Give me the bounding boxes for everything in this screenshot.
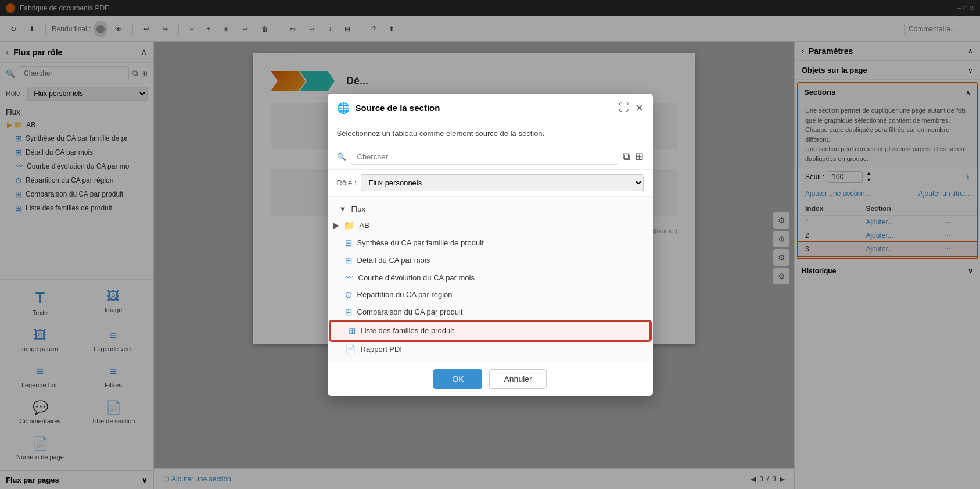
- modal-search-input[interactable]: [351, 149, 618, 165]
- modal-tree-repartition[interactable]: ⊙ Répartition du CA par région: [328, 286, 653, 304]
- modal-tree-courbe[interactable]: 〰 Courbe d'évolution du CA par mois: [328, 269, 653, 286]
- folder-expand-icon: ▶: [333, 221, 339, 230]
- modal-search: 🔍 ⧉ ⊞: [328, 144, 653, 170]
- tree-collapse-icon: ▼: [339, 205, 347, 213]
- modal-role-select[interactable]: Flux personnels: [361, 174, 643, 191]
- tree-repartition-label: Répartition du CA par région: [357, 290, 453, 299]
- modal-overlay[interactable]: 🌐 Source de la section ⛶ ✕ Sélectionnez …: [0, 0, 980, 489]
- modal-close-btn[interactable]: ✕: [635, 102, 644, 115]
- modal-grid-icon[interactable]: ⊞: [635, 150, 644, 163]
- modal-copy-icon[interactable]: ⧉: [623, 151, 630, 163]
- modal-role-label: Rôle :: [337, 179, 357, 187]
- modal-tree-rapport[interactable]: 📄 Rapport PDF: [328, 341, 653, 358]
- tree-rapport-label: Rapport PDF: [361, 345, 405, 354]
- table-icon: ⊞: [345, 307, 353, 317]
- modal-dialog: 🌐 Source de la section ⛶ ✕ Sélectionnez …: [328, 94, 653, 396]
- modal-tree-liste[interactable]: ⊞ Liste des familles de produit: [330, 321, 651, 341]
- modal-tree-comparaison[interactable]: ⊞ Comparaison du CA par produit: [328, 304, 653, 321]
- modal-expand-btn[interactable]: ⛶: [619, 102, 629, 114]
- globe-icon: 🌐: [337, 102, 350, 115]
- chart-icon: 〰: [345, 273, 354, 283]
- map-icon: ⊙: [345, 290, 353, 300]
- flux-root-label: Flux: [351, 205, 365, 213]
- modal-footer: OK Annuler: [328, 362, 653, 396]
- table-icon: ⊞: [345, 255, 353, 266]
- tree-ab-label: AB: [360, 221, 369, 230]
- modal-title: Source de la section: [356, 103, 613, 113]
- modal-header: 🌐 Source de la section ⛶ ✕: [328, 94, 653, 123]
- ok-button[interactable]: OK: [433, 369, 482, 389]
- folder-icon: 📁: [344, 220, 355, 231]
- table-icon: ⊞: [345, 238, 353, 248]
- pdf-icon: 📄: [345, 344, 356, 355]
- cancel-button[interactable]: Annuler: [489, 369, 546, 389]
- modal-search-icon: 🔍: [337, 152, 346, 161]
- tree-courbe-label: Courbe d'évolution du CA par mois: [358, 273, 475, 282]
- table-icon: ⊞: [349, 326, 356, 336]
- modal-role: Rôle : Flux personnels: [328, 170, 653, 197]
- tree-liste-label: Liste des familles de produit: [361, 326, 454, 335]
- modal-tree-synthese[interactable]: ⊞ Synthèse du CA par famille de produit: [328, 234, 653, 252]
- modal-tree-ab[interactable]: ▶ 📁 AB: [328, 217, 653, 234]
- tree-comparaison-label: Comparaison du CA par produit: [357, 308, 463, 316]
- modal-tree-root[interactable]: ▼ Flux: [328, 201, 653, 217]
- modal-subtitle: Sélectionnez un tableau comme élément so…: [328, 123, 653, 144]
- tree-detail-label: Détail du CA par mois: [357, 256, 430, 265]
- modal-tree-detail[interactable]: ⊞ Détail du CA par mois: [328, 252, 653, 269]
- tree-synthese-label: Synthèse du CA par famille de produit: [357, 238, 484, 247]
- modal-tree: ▼ Flux ▶ 📁 AB ⊞ Synthèse du CA par famil…: [328, 197, 653, 362]
